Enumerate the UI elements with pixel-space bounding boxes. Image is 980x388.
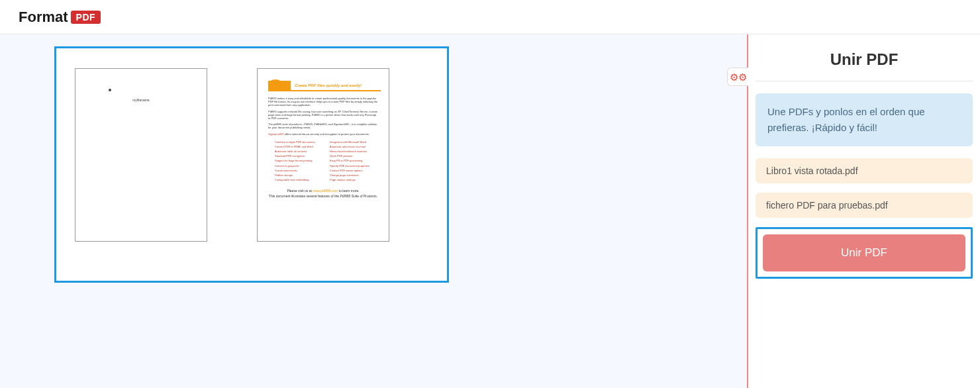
file-item[interactable]: Libro1 vista rotada.pdf xyxy=(756,158,973,183)
page-thumbnail[interactable]: Create PDF files quickly and easily! Pdf… xyxy=(257,68,389,242)
settings-toggle[interactable]: ⚙⚙ xyxy=(727,68,748,86)
logo[interactable]: Format PDF xyxy=(19,9,101,26)
page-thumbnail[interactable]: myfilename xyxy=(75,68,207,242)
sidebar-panel: ⚙⚙ Unir PDF Une PDFs y ponlos en el orde… xyxy=(748,34,980,388)
preview-area: myfilename Create PDF files quickly and … xyxy=(0,34,747,388)
thumb-feature-columns: Combine multiple PDF documents Convert P… xyxy=(275,140,378,183)
thumb-paragraph: Pdf995 supports network file saving, fas… xyxy=(268,110,378,121)
logo-badge: PDF xyxy=(71,11,101,24)
thumb-text: myfilename xyxy=(89,98,193,102)
logo-text: Format xyxy=(19,9,68,26)
app-header: Format PDF xyxy=(0,0,980,34)
pdf-logo-swoosh: Create PDF files quickly and easily! xyxy=(268,81,381,91)
merge-pdf-button[interactable]: Unir PDF xyxy=(763,234,965,271)
sidebar-divider xyxy=(756,81,973,81)
thumb-paragraph: The pdf995 suite of products - Pdf995, P… xyxy=(268,122,378,129)
sidebar-title: Unir PDF xyxy=(756,50,973,69)
file-item[interactable]: fichero PDF para pruebas.pdf xyxy=(756,193,973,218)
thumb-marker xyxy=(109,89,111,91)
thumb-paragraph: Signature995 offers state-of-the-art sec… xyxy=(268,132,378,136)
info-message: Une PDFs y ponlos en el orden que prefie… xyxy=(756,93,973,146)
action-highlight: Unir PDF xyxy=(756,227,973,279)
thumb-footer: Please visit us at www.pdf995.com to lea… xyxy=(268,189,378,198)
preview-selection-box[interactable]: myfilename Create PDF files quickly and … xyxy=(54,46,449,283)
pdf-tagline: Create PDF files quickly and easily! xyxy=(295,83,362,88)
main-area: myfilename Create PDF files quickly and … xyxy=(0,34,980,388)
thumb-paragraph: Pdf995 makes it easy and affordable to c… xyxy=(268,97,378,107)
gear-icon: ⚙⚙ xyxy=(730,72,747,82)
